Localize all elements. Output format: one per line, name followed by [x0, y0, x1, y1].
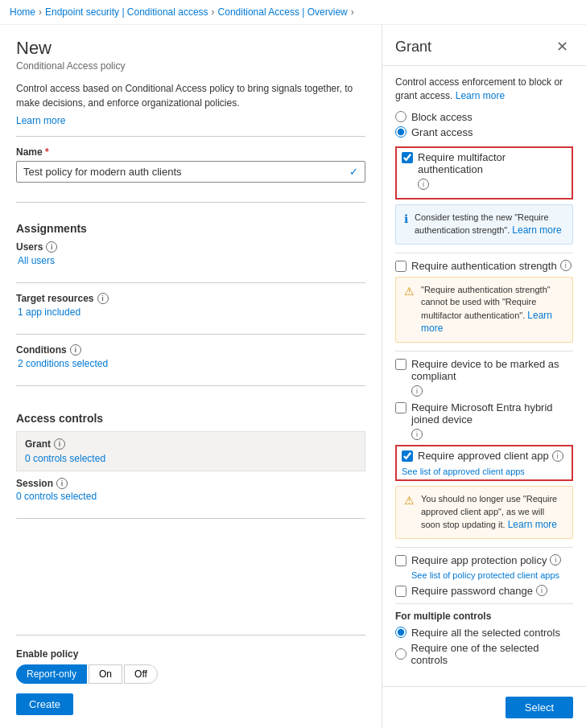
- hybrid-join-info-icon[interactable]: i: [411, 429, 423, 440]
- session-value: 0 controls selected: [16, 491, 365, 502]
- block-access-radio[interactable]: Block access: [395, 111, 573, 123]
- mfa-label: Require multifactor authentication: [418, 151, 567, 175]
- password-change-info-icon[interactable]: i: [536, 585, 547, 596]
- target-value[interactable]: 1 app included: [16, 306, 80, 318]
- mfa-info-learn-more[interactable]: Learn more: [512, 224, 561, 236]
- require-one-radio[interactable]: Require one of the selected controls: [395, 642, 573, 666]
- approved-app-sub-link[interactable]: See list of approved client apps: [402, 467, 567, 476]
- mfa-checkbox-container: Require multifactor authentication i: [395, 146, 573, 199]
- require-all-radio[interactable]: Require all the selected controls: [395, 627, 573, 639]
- breadcrumb-endpoint[interactable]: Endpoint security | Conditional access: [45, 6, 208, 18]
- toggle-on[interactable]: On: [89, 664, 122, 684]
- multiple-controls-label: For multiple controls: [395, 611, 573, 622]
- device-compliant-input[interactable]: [395, 359, 406, 370]
- conditions-info-icon[interactable]: i: [70, 344, 81, 356]
- session-info-icon[interactable]: i: [56, 478, 68, 489]
- breadcrumb-overview[interactable]: Conditional Access | Overview: [218, 6, 348, 18]
- approved-app-warning-icon: ⚠: [404, 493, 415, 532]
- session-label: Session: [16, 478, 53, 489]
- toggle-off[interactable]: Off: [124, 664, 158, 684]
- mfa-info-icon[interactable]: i: [418, 179, 429, 190]
- assignments-title: Assignments: [16, 222, 365, 235]
- toggle-report-only[interactable]: Report-only: [16, 664, 87, 684]
- require-all-input[interactable]: [395, 627, 406, 638]
- auth-strength-label: Require authentication strength: [411, 260, 557, 272]
- approved-app-warn-box: ⚠ You should no longer use "Require appr…: [395, 486, 573, 539]
- password-change-input[interactable]: [395, 586, 406, 597]
- app-protection-label: Require app protection policy: [411, 554, 547, 566]
- device-compliant-label: Require device to be marked as compliant: [411, 358, 573, 382]
- multiple-controls-radio-group: Require all the selected controls Requir…: [395, 627, 573, 666]
- grant-description: Control access enforcement to block or g…: [395, 76, 573, 103]
- conditions-label: Conditions: [16, 344, 67, 356]
- approved-app-input[interactable]: [402, 450, 413, 462]
- warning-icon: ⚠: [404, 284, 415, 335]
- grant-access-radio[interactable]: Grant access: [395, 126, 573, 138]
- enable-policy-label: Enable policy: [16, 648, 365, 660]
- grant-value: 0 controls selected: [25, 453, 357, 464]
- hybrid-join-checkbox-row[interactable]: Require Microsoft Entra hybrid joined de…: [395, 401, 573, 440]
- block-access-input[interactable]: [395, 111, 406, 122]
- create-button[interactable]: Create: [16, 693, 73, 715]
- target-info-icon[interactable]: i: [97, 293, 109, 304]
- session-section: Session i 0 controls selected: [16, 478, 365, 502]
- name-field-section: Name * Test policy for modern auth clien…: [16, 146, 365, 186]
- access-controls-section: Access controls Grant i 0 controls selec…: [16, 402, 365, 508]
- users-value[interactable]: All users: [16, 255, 55, 266]
- page-title: New: [16, 38, 365, 59]
- hybrid-join-label: Require Microsoft Entra hybrid joined de…: [411, 401, 573, 426]
- approved-app-checkbox-row[interactable]: Require approved client app i: [402, 450, 567, 462]
- name-input[interactable]: Test policy for modern auth clients ✓: [16, 161, 365, 183]
- left-panel: New Conditional Access policy Control ac…: [0, 25, 382, 728]
- mfa-checkbox-row[interactable]: Require multifactor authentication i: [402, 151, 567, 190]
- approved-app-info-icon[interactable]: i: [552, 450, 563, 462]
- breadcrumb-home[interactable]: Home: [10, 6, 35, 18]
- auth-strength-checkbox-row[interactable]: Require authentication strength i: [395, 260, 573, 272]
- page-subtitle: Conditional Access policy: [16, 60, 365, 72]
- grant-access-label: Grant access: [411, 126, 473, 138]
- access-type-radio-group: Block access Grant access: [395, 111, 573, 138]
- users-label: Users: [16, 241, 43, 253]
- approved-app-learn-more[interactable]: Learn more: [508, 519, 557, 530]
- breadcrumb: Home › Endpoint security | Conditional a…: [0, 0, 586, 25]
- right-panel: Grant ✕ Control access enforcement to bl…: [382, 25, 586, 728]
- password-change-label: Require password change: [411, 585, 533, 597]
- grant-learn-more[interactable]: Learn more: [456, 90, 505, 101]
- info-icon: ℹ: [404, 212, 408, 237]
- auth-strength-info-icon[interactable]: i: [560, 260, 572, 271]
- close-button[interactable]: ✕: [551, 36, 573, 57]
- conditions-section: Conditions i 2 conditions selected: [16, 344, 365, 369]
- app-protection-input[interactable]: [395, 555, 406, 566]
- auth-strength-checkbox-input[interactable]: [395, 261, 406, 272]
- require-all-label: Require all the selected controls: [411, 627, 560, 639]
- require-one-input[interactable]: [395, 648, 406, 660]
- block-access-label: Block access: [411, 111, 473, 123]
- right-panel-footer: Select: [382, 686, 586, 728]
- access-controls-title: Access controls: [16, 412, 365, 425]
- approved-app-label: Require approved client app: [418, 450, 549, 462]
- grant-access-input[interactable]: [395, 126, 406, 138]
- enable-policy-section: Enable policy Report-only On Off Create: [16, 635, 365, 715]
- device-compliant-checkbox-row[interactable]: Require device to be marked as compliant…: [395, 358, 573, 397]
- target-label: Target resources: [16, 293, 94, 304]
- app-protection-sub-link[interactable]: See list of policy protected client apps: [411, 570, 559, 580]
- app-protection-checkbox-row[interactable]: Require app protection policy i See list…: [395, 554, 573, 580]
- users-section: Users i All users: [16, 241, 365, 266]
- grant-box[interactable]: Grant i 0 controls selected: [16, 431, 365, 471]
- select-button[interactable]: Select: [506, 697, 573, 718]
- conditions-value[interactable]: 2 conditions selected: [16, 358, 108, 369]
- mfa-checkbox-input[interactable]: [402, 152, 413, 163]
- grant-info-icon[interactable]: i: [54, 438, 65, 450]
- hybrid-join-input[interactable]: [395, 402, 406, 413]
- device-compliant-info-icon[interactable]: i: [411, 385, 423, 397]
- app-protection-info-icon[interactable]: i: [550, 554, 561, 566]
- chevron-down-icon: ✓: [349, 166, 358, 178]
- description-learn-more[interactable]: Learn more: [16, 115, 365, 126]
- mfa-info-box: ℹ Consider testing the new "Require auth…: [395, 204, 573, 245]
- require-one-label: Require one of the selected controls: [411, 642, 573, 666]
- users-info-icon[interactable]: i: [46, 241, 57, 253]
- password-change-checkbox-row[interactable]: Require password change i: [395, 585, 573, 597]
- right-panel-header: Grant ✕: [382, 25, 586, 66]
- grant-label-text: Grant: [25, 438, 51, 450]
- multiple-controls-section: For multiple controls Require all the se…: [395, 611, 573, 666]
